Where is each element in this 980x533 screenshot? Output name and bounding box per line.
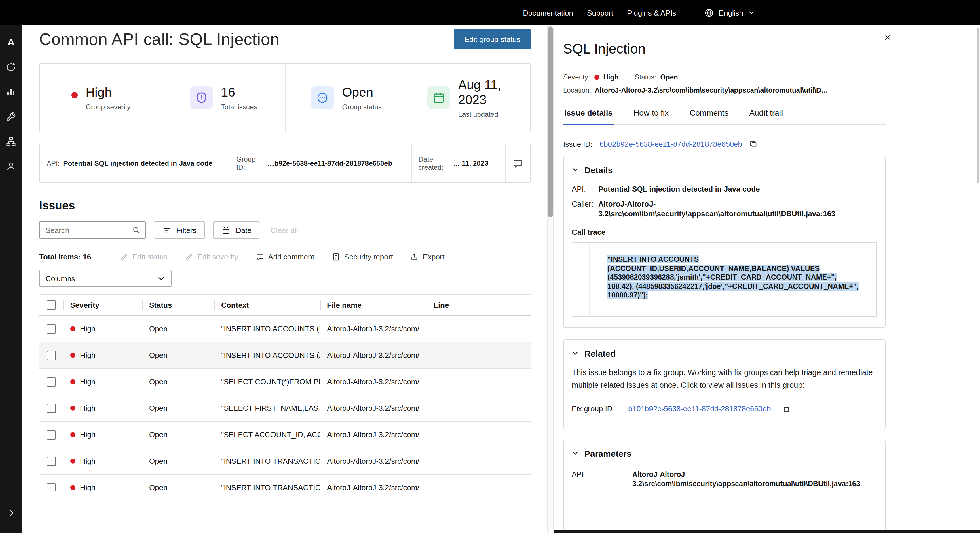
context-value: "SELECT COUNT(*)FROM PEO (214, 378, 320, 386)
table-row[interactable]: High Open "SELECT FIRST_NAME,LAST_ Altor… (39, 395, 531, 422)
related-section-toggle[interactable]: Related (572, 348, 877, 359)
severity-status-line: Severity: High Status: Open (563, 73, 980, 81)
col-header-context: Context (214, 301, 320, 309)
tab-comments[interactable]: Comments (688, 103, 730, 124)
details-section-toggle[interactable]: Details (572, 165, 877, 175)
nav-link-support[interactable]: Support (587, 8, 613, 17)
sidebar-item-scans[interactable] (0, 55, 22, 79)
sidebar-item-applications[interactable] (0, 129, 22, 154)
export-button[interactable]: Export (410, 252, 444, 261)
col-header-status: Status (142, 301, 214, 309)
panel-title: SQL Injection (563, 40, 980, 57)
summary-card-status: Open Group status (285, 64, 408, 132)
date-label: Date (236, 226, 251, 235)
group-status-label: Group status (342, 103, 382, 111)
status-value: Open (142, 457, 214, 465)
issue-id-link[interactable]: 6b02b92e-5638-ee11-87dd-281878e650eb (600, 140, 742, 148)
row-checkbox[interactable] (47, 404, 56, 413)
panel-scrollbar-thumb[interactable] (977, 28, 979, 183)
total-issues-value: 16 (221, 85, 257, 100)
issues-toolbar: Total items: 16 Edit status Edit severit… (39, 251, 531, 262)
scan-icon (6, 62, 16, 72)
status-label: Status: (635, 73, 656, 81)
sidebar-item-profile[interactable] (0, 154, 22, 178)
issue-detail-panel: SQL Injection Severity: High Status: Ope… (554, 25, 980, 533)
table-row[interactable]: High Open "INSERT INTO ACCOUNTS (AC Alto… (39, 342, 531, 369)
table-row[interactable]: High Open "INSERT INTO TRANSACTION Altor… (39, 474, 531, 491)
status-value: Open (142, 404, 214, 412)
main-scrollbar-thumb[interactable] (548, 27, 553, 217)
severity-dot (594, 75, 599, 80)
nav-link-plugins-apis[interactable]: Plugins & APIs (627, 8, 676, 17)
nav-link-documentation[interactable]: Documentation (523, 8, 573, 17)
col-header-severity: Severity (63, 301, 142, 309)
context-value: "INSERT INTO TRANSACTION (214, 483, 320, 491)
row-checkbox[interactable] (47, 457, 56, 466)
sidebar-expand-button[interactable] (0, 501, 22, 525)
chevron-down-icon (572, 166, 579, 173)
panel-scrollbar[interactable] (976, 27, 980, 529)
table-row[interactable]: High Open "SELECT ACCOUNT_ID, ACCO Altor… (39, 422, 531, 448)
appscan-logo[interactable]: A (0, 30, 22, 55)
topbar-divider (690, 8, 690, 17)
copy-fix-group-id-button[interactable] (781, 404, 790, 413)
chevron-down-icon (572, 450, 579, 457)
security-report-button[interactable]: Security report (332, 252, 393, 261)
page-title: Common API call: SQL Injection (39, 29, 280, 49)
total-issues-label: Total issues (221, 103, 257, 111)
group-severity-value: High (86, 85, 130, 100)
tab-issue-details[interactable]: Issue details (563, 103, 614, 125)
row-checkbox[interactable] (47, 483, 56, 491)
related-section: Related This issue belongs to a fix grou… (563, 339, 886, 429)
issue-id-row: Issue ID: 6b02b92e-5638-ee11-87dd-281878… (563, 139, 980, 149)
details-heading: Details (584, 165, 612, 174)
app-sidebar: A (0, 25, 22, 533)
group-id-info: Group ID: …b92e-5638-ee11-87dd-281878e65… (229, 144, 411, 182)
parameter-api-value: AltoroJ-AltoroJ-3.2\src\com\ibm\security… (632, 470, 877, 489)
severity-dot (70, 406, 75, 411)
filter-icon (162, 226, 171, 235)
detail-api-label: API: (572, 184, 598, 194)
date-created-label: Date created: (418, 155, 449, 171)
table-row[interactable]: High Open "INSERT INTO ACCOUNTS (US Alto… (39, 316, 531, 342)
tab-how-to-fix[interactable]: How to fix (632, 103, 670, 124)
edit-status-button[interactable]: Edit status (120, 252, 167, 261)
edit-severity-button[interactable]: Edit severity (185, 252, 239, 261)
group-meta-bar: API: Potential SQL injection detected in… (39, 144, 531, 183)
table-row[interactable]: High Open "SELECT COUNT(*)FROM PEO Altor… (39, 369, 531, 395)
search-box (39, 222, 146, 239)
filters-button[interactable]: Filters (154, 222, 205, 239)
select-all-checkbox[interactable] (47, 300, 56, 309)
bar-chart-icon (6, 87, 16, 97)
sidebar-item-reports[interactable] (0, 79, 22, 104)
parameters-section-toggle[interactable]: Parameters (572, 448, 877, 458)
row-checkbox[interactable] (47, 324, 56, 333)
clear-all-button[interactable]: Clear all (270, 226, 298, 235)
close-panel-button[interactable] (881, 30, 895, 44)
chevron-right-icon (6, 508, 16, 518)
main-scrollbar[interactable] (547, 25, 554, 533)
copy-issue-id-button[interactable] (749, 140, 758, 148)
row-checkbox[interactable] (47, 351, 56, 360)
group-comment-button[interactable] (505, 144, 530, 182)
add-comment-button[interactable]: Add comment (255, 252, 314, 261)
language-switcher[interactable]: English (705, 8, 755, 17)
columns-dropdown[interactable]: Columns (39, 270, 172, 287)
table-row[interactable]: High Open "INSERT INTO TRANSACTION Altor… (39, 448, 531, 474)
row-checkbox[interactable] (47, 430, 56, 439)
tab-audit-trail[interactable]: Audit trail (748, 103, 784, 124)
date-filter-button[interactable]: Date (213, 222, 260, 239)
search-input[interactable] (39, 222, 146, 239)
wrench-icon (6, 111, 16, 122)
search-icon[interactable] (132, 225, 141, 235)
pencil-icon (120, 252, 129, 261)
edit-group-status-button[interactable]: Edit group status (454, 29, 531, 49)
sidebar-item-tools[interactable] (0, 104, 22, 129)
file-name-value: AltoroJ-AltoroJ-3.2/src/com/ (320, 483, 427, 491)
hierarchy-icon (6, 136, 16, 146)
fix-group-id-link[interactable]: b101b92e-5638-ee11-87dd-281878e650eb (628, 404, 771, 413)
details-section: Details API: Potential SQL injection det… (563, 156, 886, 328)
topbar-divider (769, 8, 769, 17)
summary-cards: High Group severity 16 Total issues (39, 63, 531, 132)
row-checkbox[interactable] (47, 377, 56, 386)
